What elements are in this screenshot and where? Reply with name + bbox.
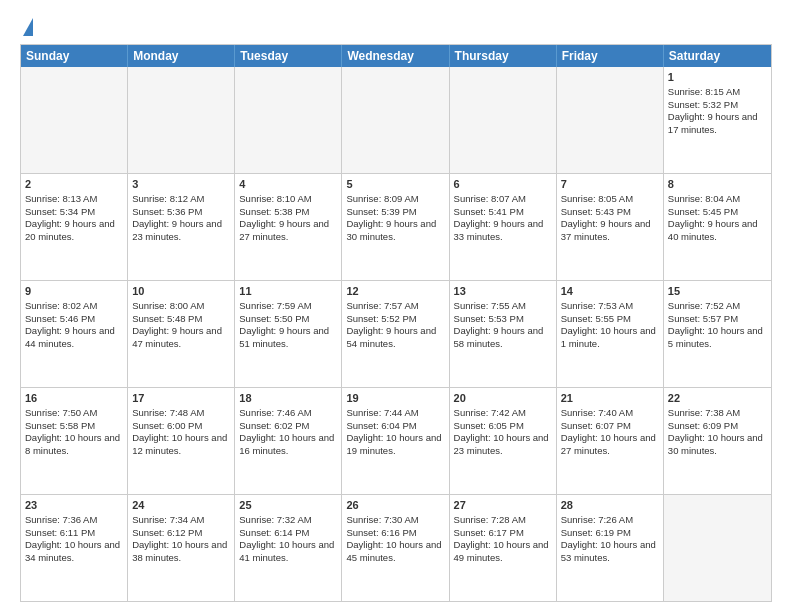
day-number: 24 [132,498,230,513]
day-number: 13 [454,284,552,299]
day-number: 23 [25,498,123,513]
calendar-header: SundayMondayTuesdayWednesdayThursdayFrid… [21,45,771,67]
day-cell-1: 1Sunrise: 8:15 AM Sunset: 5:32 PM Daylig… [664,67,771,173]
day-number: 16 [25,391,123,406]
day-of-week-wednesday: Wednesday [342,45,449,67]
day-cell-6: 6Sunrise: 8:07 AM Sunset: 5:41 PM Daylig… [450,174,557,280]
day-detail: Sunrise: 8:12 AM Sunset: 5:36 PM Dayligh… [132,193,224,242]
day-detail: Sunrise: 8:05 AM Sunset: 5:43 PM Dayligh… [561,193,653,242]
day-cell-28: 28Sunrise: 7:26 AM Sunset: 6:19 PM Dayli… [557,495,664,601]
day-detail: Sunrise: 7:48 AM Sunset: 6:00 PM Dayligh… [132,407,230,456]
week-row-2: 2Sunrise: 8:13 AM Sunset: 5:34 PM Daylig… [21,173,771,280]
day-cell-14: 14Sunrise: 7:53 AM Sunset: 5:55 PM Dayli… [557,281,664,387]
day-of-week-tuesday: Tuesday [235,45,342,67]
day-detail: Sunrise: 7:53 AM Sunset: 5:55 PM Dayligh… [561,300,659,349]
day-detail: Sunrise: 8:10 AM Sunset: 5:38 PM Dayligh… [239,193,331,242]
day-number: 4 [239,177,337,192]
day-number: 11 [239,284,337,299]
day-number: 26 [346,498,444,513]
day-cell-13: 13Sunrise: 7:55 AM Sunset: 5:53 PM Dayli… [450,281,557,387]
day-detail: Sunrise: 8:13 AM Sunset: 5:34 PM Dayligh… [25,193,117,242]
day-detail: Sunrise: 8:04 AM Sunset: 5:45 PM Dayligh… [668,193,760,242]
header [20,16,772,36]
day-cell-27: 27Sunrise: 7:28 AM Sunset: 6:17 PM Dayli… [450,495,557,601]
day-cell-26: 26Sunrise: 7:30 AM Sunset: 6:16 PM Dayli… [342,495,449,601]
day-detail: Sunrise: 8:09 AM Sunset: 5:39 PM Dayligh… [346,193,438,242]
calendar: SundayMondayTuesdayWednesdayThursdayFrid… [20,44,772,602]
day-cell-22: 22Sunrise: 7:38 AM Sunset: 6:09 PM Dayli… [664,388,771,494]
week-row-1: 1Sunrise: 8:15 AM Sunset: 5:32 PM Daylig… [21,67,771,173]
day-detail: Sunrise: 7:59 AM Sunset: 5:50 PM Dayligh… [239,300,331,349]
day-cell-8: 8Sunrise: 8:04 AM Sunset: 5:45 PM Daylig… [664,174,771,280]
empty-cell [450,67,557,173]
day-cell-9: 9Sunrise: 8:02 AM Sunset: 5:46 PM Daylig… [21,281,128,387]
day-of-week-friday: Friday [557,45,664,67]
day-number: 15 [668,284,767,299]
day-number: 5 [346,177,444,192]
day-cell-19: 19Sunrise: 7:44 AM Sunset: 6:04 PM Dayli… [342,388,449,494]
day-detail: Sunrise: 7:38 AM Sunset: 6:09 PM Dayligh… [668,407,766,456]
day-of-week-saturday: Saturday [664,45,771,67]
day-cell-12: 12Sunrise: 7:57 AM Sunset: 5:52 PM Dayli… [342,281,449,387]
day-number: 7 [561,177,659,192]
day-detail: Sunrise: 7:30 AM Sunset: 6:16 PM Dayligh… [346,514,444,563]
day-number: 6 [454,177,552,192]
day-number: 20 [454,391,552,406]
day-cell-21: 21Sunrise: 7:40 AM Sunset: 6:07 PM Dayli… [557,388,664,494]
empty-cell [557,67,664,173]
calendar-body: 1Sunrise: 8:15 AM Sunset: 5:32 PM Daylig… [21,67,771,601]
day-detail: Sunrise: 7:55 AM Sunset: 5:53 PM Dayligh… [454,300,546,349]
day-detail: Sunrise: 7:44 AM Sunset: 6:04 PM Dayligh… [346,407,444,456]
day-detail: Sunrise: 8:02 AM Sunset: 5:46 PM Dayligh… [25,300,117,349]
day-cell-2: 2Sunrise: 8:13 AM Sunset: 5:34 PM Daylig… [21,174,128,280]
day-detail: Sunrise: 7:28 AM Sunset: 6:17 PM Dayligh… [454,514,552,563]
day-number: 18 [239,391,337,406]
day-number: 14 [561,284,659,299]
day-number: 12 [346,284,444,299]
day-cell-4: 4Sunrise: 8:10 AM Sunset: 5:38 PM Daylig… [235,174,342,280]
day-cell-5: 5Sunrise: 8:09 AM Sunset: 5:39 PM Daylig… [342,174,449,280]
empty-cell [128,67,235,173]
day-cell-23: 23Sunrise: 7:36 AM Sunset: 6:11 PM Dayli… [21,495,128,601]
day-detail: Sunrise: 7:50 AM Sunset: 5:58 PM Dayligh… [25,407,123,456]
day-cell-3: 3Sunrise: 8:12 AM Sunset: 5:36 PM Daylig… [128,174,235,280]
week-row-5: 23Sunrise: 7:36 AM Sunset: 6:11 PM Dayli… [21,494,771,601]
day-cell-11: 11Sunrise: 7:59 AM Sunset: 5:50 PM Dayli… [235,281,342,387]
day-detail: Sunrise: 7:26 AM Sunset: 6:19 PM Dayligh… [561,514,659,563]
day-of-week-monday: Monday [128,45,235,67]
day-cell-15: 15Sunrise: 7:52 AM Sunset: 5:57 PM Dayli… [664,281,771,387]
day-number: 22 [668,391,767,406]
day-number: 2 [25,177,123,192]
logo-triangle-icon [23,18,33,36]
day-detail: Sunrise: 8:15 AM Sunset: 5:32 PM Dayligh… [668,86,760,135]
day-number: 8 [668,177,767,192]
day-cell-20: 20Sunrise: 7:42 AM Sunset: 6:05 PM Dayli… [450,388,557,494]
day-cell-17: 17Sunrise: 7:48 AM Sunset: 6:00 PM Dayli… [128,388,235,494]
day-number: 25 [239,498,337,513]
day-number: 28 [561,498,659,513]
day-detail: Sunrise: 7:40 AM Sunset: 6:07 PM Dayligh… [561,407,659,456]
day-cell-25: 25Sunrise: 7:32 AM Sunset: 6:14 PM Dayli… [235,495,342,601]
day-number: 3 [132,177,230,192]
day-detail: Sunrise: 8:07 AM Sunset: 5:41 PM Dayligh… [454,193,546,242]
day-of-week-sunday: Sunday [21,45,128,67]
empty-cell [664,495,771,601]
day-of-week-thursday: Thursday [450,45,557,67]
day-number: 10 [132,284,230,299]
day-detail: Sunrise: 8:00 AM Sunset: 5:48 PM Dayligh… [132,300,224,349]
empty-cell [235,67,342,173]
week-row-3: 9Sunrise: 8:02 AM Sunset: 5:46 PM Daylig… [21,280,771,387]
empty-cell [342,67,449,173]
day-number: 17 [132,391,230,406]
day-detail: Sunrise: 7:36 AM Sunset: 6:11 PM Dayligh… [25,514,123,563]
page: SundayMondayTuesdayWednesdayThursdayFrid… [0,0,792,612]
day-number: 9 [25,284,123,299]
day-cell-16: 16Sunrise: 7:50 AM Sunset: 5:58 PM Dayli… [21,388,128,494]
day-detail: Sunrise: 7:34 AM Sunset: 6:12 PM Dayligh… [132,514,230,563]
day-number: 21 [561,391,659,406]
day-cell-10: 10Sunrise: 8:00 AM Sunset: 5:48 PM Dayli… [128,281,235,387]
day-cell-24: 24Sunrise: 7:34 AM Sunset: 6:12 PM Dayli… [128,495,235,601]
day-number: 1 [668,70,767,85]
day-number: 19 [346,391,444,406]
empty-cell [21,67,128,173]
